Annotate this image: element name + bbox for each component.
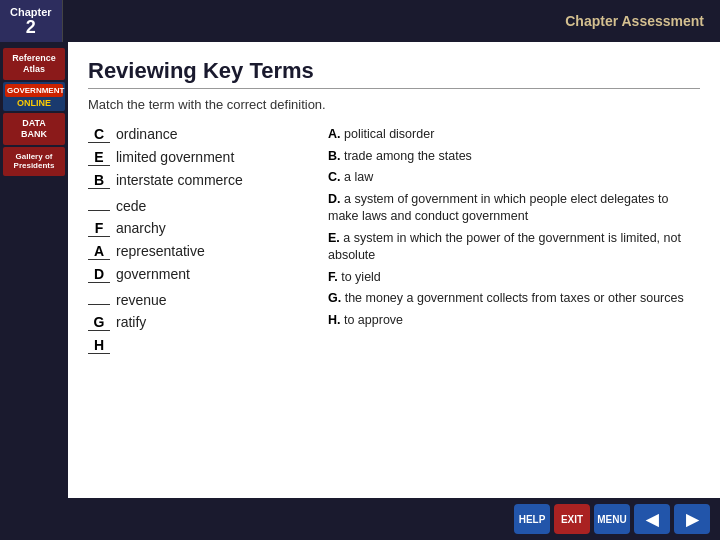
term-text-5: anarchy (116, 220, 166, 236)
def-entry: B. trade among the states (328, 148, 700, 166)
def-entry: E. a system in which the power of the go… (328, 230, 700, 265)
term-row: D government (88, 266, 308, 283)
term-text-9: ratify (116, 314, 146, 330)
chapter-badge: Chapter 2 (0, 0, 63, 42)
terms-column: C ordinance E limited government B inter… (88, 126, 308, 360)
term-blank-5: F (88, 220, 110, 237)
sidebar-item-gov-online[interactable]: GOVERNMENT ONLINE (3, 82, 65, 111)
term-blank-3: B (88, 172, 110, 189)
term-blank-10: H (88, 337, 110, 354)
term-row: A representative (88, 243, 308, 260)
term-text-6: representative (116, 243, 205, 259)
term-row: C ordinance (88, 126, 308, 143)
term-row: H (88, 337, 308, 354)
term-blank-2: E (88, 149, 110, 166)
term-blank-6: A (88, 243, 110, 260)
def-entry: H. to approve (328, 312, 700, 330)
menu-button[interactable]: MENU (594, 504, 630, 534)
term-text-2: limited government (116, 149, 234, 165)
term-text-8: revenue (116, 292, 167, 308)
term-blank-7: D (88, 266, 110, 283)
page-title: Reviewing Key Terms (88, 58, 700, 89)
term-text-1: ordinance (116, 126, 178, 142)
term-text-7: government (116, 266, 190, 282)
term-row: E limited government (88, 149, 308, 166)
bottom-bar: HELP EXIT MENU ◀ ▶ (0, 498, 720, 540)
def-entry: A. political disorder (328, 126, 700, 144)
term-blank-4 (88, 195, 110, 211)
def-entry: F. to yield (328, 269, 700, 287)
chapter-number: 2 (26, 18, 36, 36)
help-button[interactable]: HELP (514, 504, 550, 534)
main-content: Reviewing Key Terms Match the term with … (68, 42, 720, 498)
back-button[interactable]: ◀ (634, 504, 670, 534)
forward-button[interactable]: ▶ (674, 504, 710, 534)
chapter-assessment-label: Chapter Assessment (565, 0, 720, 42)
term-row: B interstate commerce (88, 172, 308, 189)
term-blank-9: G (88, 314, 110, 331)
definitions-column: A. political disorder B. trade among the… (328, 126, 700, 360)
term-text-4: cede (116, 198, 146, 214)
exit-button[interactable]: EXIT (554, 504, 590, 534)
content-grid: C ordinance E limited government B inter… (88, 126, 700, 360)
subtitle: Match the term with the correct definiti… (88, 97, 700, 112)
term-blank-1: C (88, 126, 110, 143)
term-blank-8 (88, 289, 110, 305)
sidebar-item-reference-atlas[interactable]: ReferenceAtlas (3, 48, 65, 80)
sidebar: ReferenceAtlas GOVERNMENT ONLINE DATABAN… (0, 42, 68, 498)
sidebar-item-data-bank[interactable]: DATABANK (3, 113, 65, 145)
term-text-3: interstate commerce (116, 172, 243, 188)
sidebar-item-gallery[interactable]: Gallery ofPresidents (3, 147, 65, 176)
top-bar: Chapter 2 Chapter Assessment (0, 0, 720, 42)
def-entry: C. a law (328, 169, 700, 187)
def-entry: D. a system of government in which peopl… (328, 191, 700, 226)
term-row: cede (88, 195, 308, 214)
term-row: G ratify (88, 314, 308, 331)
term-row: revenue (88, 289, 308, 308)
term-row: F anarchy (88, 220, 308, 237)
def-entry: G. the money a government collects from … (328, 290, 700, 308)
